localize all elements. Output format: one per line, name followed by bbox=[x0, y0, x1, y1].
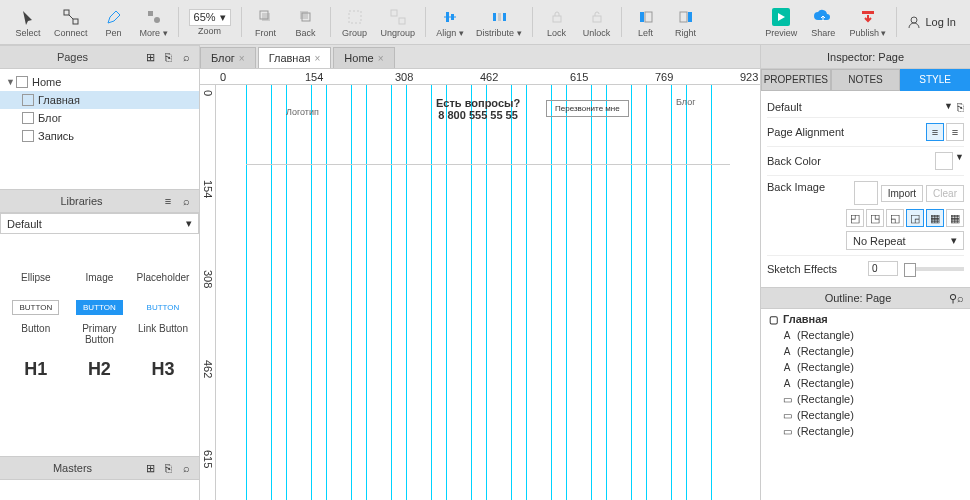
align-menu[interactable]: Align ▾ bbox=[430, 5, 470, 40]
more-menu[interactable]: More ▾ bbox=[134, 5, 174, 40]
play-icon bbox=[771, 7, 791, 27]
search-icon[interactable]: ⌕ bbox=[179, 194, 193, 208]
tree-row-zapis[interactable]: Запись bbox=[0, 127, 199, 145]
mockup-phone-block[interactable]: Есть вопросы?8 800 555 55 55 bbox=[436, 97, 520, 121]
search-icon[interactable]: ⌕ bbox=[179, 461, 193, 475]
widget-placeholder[interactable]: Placeholder bbox=[131, 238, 195, 289]
widget-h2[interactable]: H2 bbox=[68, 351, 132, 391]
widget-h1[interactable]: H1 bbox=[4, 351, 68, 391]
preview-button[interactable]: Preview bbox=[759, 5, 803, 40]
close-icon[interactable]: × bbox=[378, 53, 384, 64]
front-button[interactable]: Front bbox=[246, 5, 286, 40]
share-button[interactable]: Share bbox=[803, 5, 843, 40]
login-button[interactable]: Log In bbox=[901, 13, 962, 31]
text-icon: A bbox=[781, 378, 793, 389]
mockup-callback-button[interactable]: Перезвоните мне bbox=[546, 100, 629, 117]
add-master-icon[interactable]: ⊞ bbox=[143, 461, 157, 475]
align-left-button[interactable]: ≡ bbox=[946, 123, 964, 141]
search-icon[interactable]: ⌕ bbox=[957, 292, 964, 304]
chevron-down-icon[interactable]: ▼ bbox=[944, 101, 953, 113]
widget-ellipse[interactable]: Ellipse bbox=[4, 238, 68, 289]
chevron-down-icon[interactable]: ▼ bbox=[955, 152, 964, 170]
canvas[interactable]: Логотип Есть вопросы?8 800 555 55 55 Пер… bbox=[216, 85, 760, 500]
pos-button[interactable]: ◱ bbox=[886, 209, 904, 227]
menu-icon[interactable]: ≡ bbox=[161, 194, 175, 208]
outline-row[interactable]: A(Rectangle) bbox=[761, 343, 970, 359]
close-icon[interactable]: × bbox=[315, 53, 321, 64]
tab-style[interactable]: STYLE bbox=[900, 69, 970, 91]
dock-right-button[interactable]: Right bbox=[666, 5, 706, 40]
prop-back-image: Back Image ImportClear ◰◳◱◲▦▦ No Repeat▾ bbox=[767, 175, 964, 255]
align-center-button[interactable]: ≡ bbox=[926, 123, 944, 141]
pos-button[interactable]: ▦ bbox=[946, 209, 964, 227]
outline-row[interactable]: A(Rectangle) bbox=[761, 327, 970, 343]
unlock-button[interactable]: Unlock bbox=[577, 5, 617, 40]
connect-tool[interactable]: Connect bbox=[48, 5, 94, 40]
libraries-body: Default▾ Ellipse Image Placeholder BUTTO… bbox=[0, 213, 199, 456]
pos-button[interactable]: ▦ bbox=[926, 209, 944, 227]
lock-button[interactable]: Lock bbox=[537, 5, 577, 40]
outline-header: Outline: Page ⚲ ⌕ bbox=[761, 287, 970, 309]
duplicate-master-icon[interactable]: ⎘ bbox=[161, 461, 175, 475]
cloud-upload-icon bbox=[813, 7, 833, 27]
canvas-area: Блог× Главная× Home× 0154308462615769923… bbox=[200, 45, 760, 500]
inspector-tabs: PROPERTIES NOTES STYLE bbox=[761, 69, 970, 91]
tree-row-blog[interactable]: Блог bbox=[0, 109, 199, 127]
widget-image[interactable]: Image bbox=[68, 238, 132, 289]
color-swatch[interactable] bbox=[935, 152, 953, 170]
select-tool[interactable]: Select bbox=[8, 5, 48, 40]
outline-row[interactable]: A(Rectangle) bbox=[761, 375, 970, 391]
tab-glavnaya[interactable]: Главная× bbox=[258, 47, 332, 68]
text-icon: A bbox=[781, 362, 793, 373]
search-icon[interactable]: ⌕ bbox=[179, 50, 193, 64]
group-button[interactable]: Group bbox=[335, 5, 375, 40]
front-icon bbox=[256, 7, 276, 27]
page-icon bbox=[22, 112, 34, 124]
mockup-blog-link[interactable]: Блог bbox=[676, 97, 695, 107]
rect-icon: ▭ bbox=[781, 394, 793, 405]
outline-row[interactable]: A(Rectangle) bbox=[761, 359, 970, 375]
library-selector[interactable]: Default▾ bbox=[0, 213, 199, 234]
pos-button[interactable]: ◰ bbox=[846, 209, 864, 227]
clear-button[interactable]: Clear bbox=[926, 185, 964, 202]
publish-menu[interactable]: Publish ▾ bbox=[843, 5, 892, 40]
widget-h3[interactable]: H3 bbox=[131, 351, 195, 391]
distribute-menu[interactable]: Distribute ▾ bbox=[470, 5, 528, 40]
sketch-slider[interactable] bbox=[904, 267, 964, 271]
pen-tool[interactable]: Pen bbox=[94, 5, 134, 40]
repeat-select[interactable]: No Repeat▾ bbox=[846, 231, 964, 250]
copy-style-icon[interactable]: ⎘ bbox=[957, 101, 964, 113]
dock-left-button[interactable]: Left bbox=[626, 5, 666, 40]
mockup-logo[interactable]: Логотип bbox=[286, 107, 319, 117]
tab-properties[interactable]: PROPERTIES bbox=[761, 69, 831, 91]
tree-row-glavnaya[interactable]: Главная bbox=[0, 91, 199, 109]
svg-line-2 bbox=[69, 15, 73, 19]
widget-button[interactable]: BUTTONButton bbox=[4, 289, 68, 351]
inspector-body: Default▼⎘ Page Alignment ≡≡ Back Color ▼… bbox=[761, 91, 970, 287]
pos-button[interactable]: ◲ bbox=[906, 209, 924, 227]
add-page-icon[interactable]: ⊞ bbox=[143, 50, 157, 64]
outline-row[interactable]: ▭(Rectangle) bbox=[761, 423, 970, 439]
outline-row[interactable]: ▢Главная bbox=[761, 311, 970, 327]
outline-row[interactable]: ▭(Rectangle) bbox=[761, 407, 970, 423]
back-button[interactable]: Back bbox=[286, 5, 326, 40]
tree-row-home[interactable]: ▼Home bbox=[0, 73, 199, 91]
chevron-down-icon: ▾ bbox=[951, 234, 957, 247]
zoom-control[interactable]: 65%▾Zoom bbox=[183, 7, 237, 38]
svg-rect-21 bbox=[645, 12, 652, 22]
import-button[interactable]: Import bbox=[881, 185, 923, 202]
outline-row[interactable]: ▭(Rectangle) bbox=[761, 391, 970, 407]
tab-blog[interactable]: Блог× bbox=[200, 47, 256, 68]
tab-notes[interactable]: NOTES bbox=[831, 69, 901, 91]
close-icon[interactable]: × bbox=[239, 53, 245, 64]
rect-icon: ▭ bbox=[781, 426, 793, 437]
widget-primary-button[interactable]: BUTTONPrimary Button bbox=[68, 289, 132, 351]
duplicate-page-icon[interactable]: ⎘ bbox=[161, 50, 175, 64]
tab-home[interactable]: Home× bbox=[333, 47, 394, 68]
filter-icon[interactable]: ⚲ bbox=[949, 292, 957, 305]
pos-button[interactable]: ◳ bbox=[866, 209, 884, 227]
ungroup-button[interactable]: Ungroup bbox=[375, 5, 422, 40]
widget-link-button[interactable]: BUTTONLink Button bbox=[131, 289, 195, 351]
main-toolbar: Select Connect Pen More ▾ 65%▾Zoom Front… bbox=[0, 0, 970, 45]
sketch-input[interactable] bbox=[868, 261, 898, 276]
